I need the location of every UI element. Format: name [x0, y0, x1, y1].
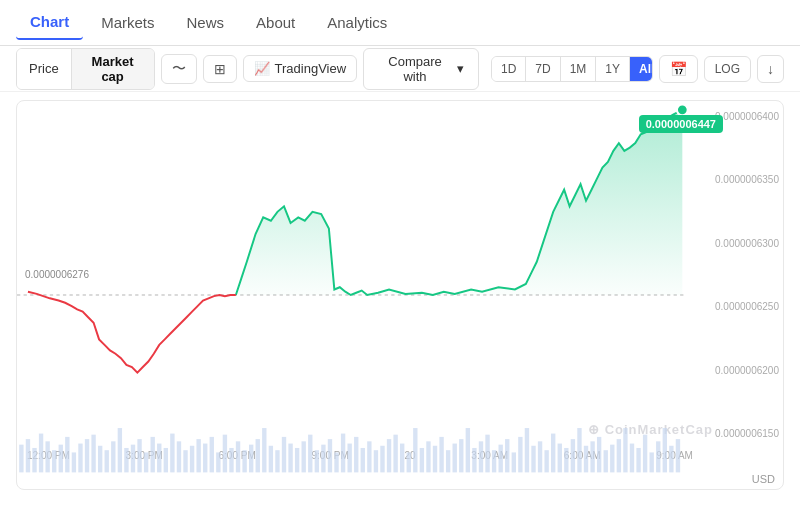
svg-rect-85	[564, 448, 568, 472]
svg-rect-40	[269, 446, 273, 473]
marketcap-button[interactable]: Market cap	[72, 49, 154, 89]
svg-rect-42	[282, 437, 286, 472]
svg-rect-61	[407, 452, 411, 472]
svg-rect-11	[78, 444, 82, 473]
svg-rect-80	[531, 446, 535, 473]
svg-rect-98	[649, 452, 653, 472]
current-price-badge: 0.0000006447	[639, 115, 723, 133]
svg-rect-14	[98, 446, 102, 473]
svg-rect-58	[387, 439, 391, 472]
svg-rect-66	[439, 437, 443, 472]
svg-rect-43	[288, 444, 292, 473]
time-7d[interactable]: 7D	[526, 57, 560, 81]
time-1d[interactable]: 1D	[492, 57, 526, 81]
svg-rect-96	[636, 448, 640, 472]
svg-rect-72	[479, 441, 483, 472]
calendar-button[interactable]: 📅	[659, 55, 698, 83]
svg-rect-50	[334, 452, 338, 472]
svg-rect-17	[118, 428, 122, 472]
time-group: 1D 7D 1M 1Y All	[491, 56, 653, 82]
svg-rect-78	[518, 437, 522, 472]
candle-chart-button[interactable]: ⊞	[203, 55, 237, 83]
tradingview-label: TradingView	[275, 61, 347, 76]
svg-rect-23	[157, 444, 161, 473]
svg-rect-49	[328, 439, 332, 472]
svg-rect-93	[617, 439, 621, 472]
svg-rect-71	[472, 448, 476, 472]
svg-rect-64	[426, 441, 430, 472]
svg-rect-83	[551, 434, 555, 473]
svg-rect-18	[124, 448, 128, 472]
svg-rect-92	[610, 445, 614, 473]
line-icon: 〜	[172, 60, 186, 78]
svg-rect-4	[32, 448, 36, 472]
time-1m[interactable]: 1M	[561, 57, 597, 81]
toolbar: Price Market cap 〜 ⊞ 📈 TradingView Compa…	[0, 46, 800, 92]
svg-rect-32	[216, 452, 220, 472]
nav-item-analytics[interactable]: Analytics	[313, 6, 401, 39]
price-marketcap-group: Price Market cap	[16, 48, 155, 90]
svg-rect-97	[643, 435, 647, 473]
svg-rect-35	[236, 441, 240, 472]
compare-label: Compare with	[378, 54, 452, 84]
svg-rect-26	[177, 441, 181, 472]
line-chart-button[interactable]: 〜	[161, 54, 197, 84]
candle-icon: ⊞	[214, 61, 226, 77]
svg-rect-33	[223, 435, 227, 473]
svg-rect-27	[183, 450, 187, 472]
svg-rect-87	[577, 428, 581, 472]
svg-rect-65	[433, 446, 437, 473]
svg-rect-28	[190, 446, 194, 473]
chevron-down-icon: ▾	[457, 61, 464, 76]
tradingview-button[interactable]: 📈 TradingView	[243, 55, 358, 82]
tradingview-icon: 📈	[254, 61, 270, 76]
nav-item-chart[interactable]: Chart	[16, 5, 83, 40]
svg-rect-34	[229, 448, 233, 472]
svg-rect-63	[420, 448, 424, 472]
svg-rect-20	[137, 439, 141, 472]
compare-button[interactable]: Compare with ▾	[363, 48, 479, 90]
calendar-icon: 📅	[670, 61, 687, 77]
svg-rect-47	[315, 450, 319, 472]
svg-rect-91	[604, 450, 608, 472]
svg-rect-100	[663, 428, 667, 472]
nav-item-news[interactable]: News	[173, 6, 239, 39]
svg-rect-53	[354, 437, 358, 472]
time-1y[interactable]: 1Y	[596, 57, 630, 81]
svg-rect-36	[242, 450, 246, 472]
svg-rect-19	[131, 445, 135, 473]
time-all[interactable]: All	[630, 57, 653, 81]
svg-rect-84	[558, 444, 562, 473]
svg-rect-74	[492, 450, 496, 472]
svg-rect-70	[466, 428, 470, 472]
price-button[interactable]: Price	[17, 49, 72, 89]
svg-rect-73	[485, 435, 489, 473]
price-chart-svg	[17, 101, 783, 489]
nav-item-markets[interactable]: Markets	[87, 6, 168, 39]
svg-rect-51	[341, 434, 345, 473]
svg-rect-2	[19, 445, 23, 473]
svg-rect-3	[26, 439, 30, 472]
svg-rect-69	[459, 439, 463, 472]
svg-rect-15	[105, 450, 109, 472]
svg-rect-90	[597, 437, 601, 472]
svg-rect-102	[676, 439, 680, 472]
svg-rect-56	[374, 450, 378, 472]
svg-rect-29	[196, 439, 200, 472]
chart-container: 0.0000006400 0.0000006350 0.0000006300 0…	[16, 100, 784, 490]
svg-rect-46	[308, 435, 312, 473]
download-button[interactable]: ↓	[757, 55, 784, 83]
svg-rect-25	[170, 434, 174, 473]
svg-rect-55	[367, 441, 371, 472]
svg-rect-22	[151, 437, 155, 472]
svg-rect-24	[164, 448, 168, 472]
svg-rect-62	[413, 428, 417, 472]
svg-rect-59	[393, 435, 397, 473]
svg-rect-48	[321, 445, 325, 473]
volume-bars	[19, 428, 680, 472]
nav-item-about[interactable]: About	[242, 6, 309, 39]
svg-rect-99	[656, 441, 660, 472]
svg-rect-89	[590, 441, 594, 472]
log-button[interactable]: LOG	[704, 56, 751, 82]
svg-point-103	[677, 104, 688, 115]
